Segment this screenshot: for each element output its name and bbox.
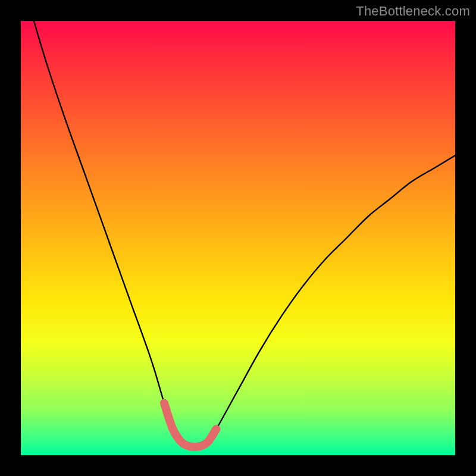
chart-stage: TheBottleneck.com [0,0,476,476]
plot-area [21,21,455,455]
highlight-band [164,403,217,447]
bottleneck-curve [34,21,455,447]
chart-svg [21,21,455,455]
watermark-text: TheBottleneck.com [356,4,470,19]
